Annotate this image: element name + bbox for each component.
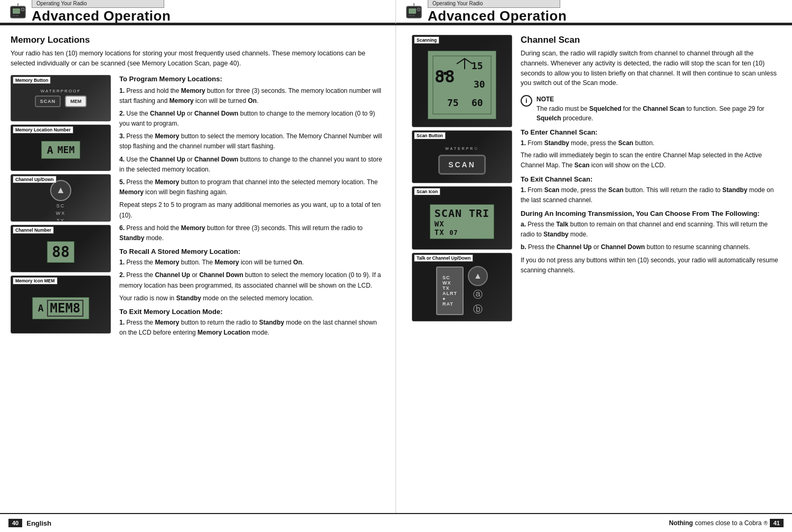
scan-icon-image: Scan Icon SCAN TRI WX TX 07: [412, 186, 512, 250]
footer-nothing: Nothing: [669, 519, 693, 527]
channel-updown-image: Channel Up/Down ▲ SC WX TY: [11, 174, 111, 222]
channel-number-label: Channel Number: [13, 226, 54, 234]
step4: 4. Use the Channel Up or Channel Down bu…: [119, 155, 385, 175]
scanning-label: Scanning: [414, 36, 439, 44]
svg-rect-4: [16, 15, 18, 16]
right-images: Scanning 88 15 30: [412, 35, 512, 321]
memory-icon-label: Memory Icon MEM: [13, 277, 58, 284]
header-title-left: Advanced Operation: [32, 8, 171, 24]
text-column: To Program Memory Locations: 1. Press an…: [119, 75, 385, 338]
repeat-note: Repeat steps 2 to 5 to program as many a…: [119, 200, 385, 220]
radio-icon-left: [8, 2, 27, 21]
memory-button-label: Memory Button: [13, 77, 51, 84]
svg-rect-1: [13, 8, 20, 14]
program-title: To Program Memory Locations:: [119, 75, 385, 83]
enter-scan-step1: 1. From Standby mode, press the Scan but…: [521, 138, 781, 148]
memory-location-label: Memory Location Number: [13, 126, 73, 134]
incoming-title: During An Incoming Transmission, You Can…: [521, 210, 781, 217]
scan-icon-label: Scan Icon: [414, 188, 440, 195]
radio-icon-right: [404, 2, 423, 21]
incoming-a: a. Press the Talk button to remain on th…: [521, 220, 781, 240]
step3: 3. Press the Memory button to select the…: [119, 131, 385, 151]
footer: 40 English Nothing comes close to a Cobr…: [0, 513, 792, 532]
left-inner: Memory Button WATERPROOF SCAN MEM Memor: [11, 75, 385, 338]
svg-rect-3: [13, 15, 15, 16]
scan-button-image: Scan Button WATERPRO SCAN: [412, 130, 512, 183]
right-inner: Scanning 88 15 30: [412, 35, 781, 321]
header-left: Operating Your Radio Advanced Operation: [0, 0, 396, 24]
image-column: Memory Button WATERPROOF SCAN MEM Memor: [11, 75, 111, 338]
step6: 6. Press and hold the Memory button for …: [119, 223, 385, 243]
incoming-b: b. Press the Channel Up or Channel Down …: [521, 242, 781, 252]
note-icon: i: [521, 95, 532, 107]
exit-scan-step1: 1. From Scan mode, press the Scan button…: [521, 185, 781, 205]
talk-channel-label: Talk or Channel Up/Down: [414, 254, 473, 262]
svg-rect-7: [409, 8, 416, 14]
svg-text:88: 88: [435, 66, 455, 87]
scanning-image: Scanning 88 15 30: [412, 35, 512, 127]
recall-step2: 2. Press the Channel Up or Channel Down …: [119, 270, 385, 290]
svg-text:30: 30: [474, 79, 485, 90]
svg-text:60: 60: [472, 97, 483, 108]
svg-point-8: [417, 8, 420, 11]
step1: 1. Press and hold the Memory button for …: [119, 86, 385, 106]
final-note: If you do not press any buttons within t…: [521, 255, 781, 276]
memory-icon-image: Memory Icon MEM A MEM8: [11, 276, 111, 334]
right-section-title: Channel Scan: [521, 35, 781, 45]
svg-rect-10: [412, 15, 414, 16]
svg-point-19: [440, 74, 444, 77]
left-section-title: Memory Locations: [11, 35, 385, 45]
channel-updown-label: Channel Up/Down: [13, 176, 56, 183]
svg-point-2: [21, 8, 24, 11]
exit-step1: 1. Press the Memory button to return the…: [119, 318, 385, 338]
header-tab-right: Operating Your Radio: [428, 0, 560, 8]
footer-reg: ®: [763, 520, 767, 526]
header-right: Operating Your Radio Advanced Operation: [396, 0, 792, 24]
exit-scan-title: To Exit Channel Scan:: [521, 175, 781, 183]
right-text: Channel Scan During scan, the radio will…: [521, 35, 781, 321]
svg-text:75: 75: [447, 97, 459, 108]
scan-button-label: Scan Button: [414, 132, 446, 139]
channel-number-image: Channel Number 88: [11, 225, 111, 272]
footer-right: Nothing comes close to a Cobra ® 41: [669, 519, 784, 527]
memory-button-image: Memory Button WATERPROOF SCAN MEM: [11, 75, 111, 121]
step5: 5. Press the Memory button to program th…: [119, 177, 385, 197]
left-section-intro: Your radio has ten (10) memory locations…: [11, 49, 385, 69]
exit-title: To Exit Memory Location Mode:: [119, 308, 385, 316]
recall-title: To Recall A Stored Memory Location:: [119, 248, 385, 255]
header-tab-left: Operating Your Radio: [32, 0, 164, 8]
header: Operating Your Radio Advanced Operation …: [0, 0, 792, 25]
svg-rect-9: [409, 15, 411, 16]
standby-note: Your radio is now in Standby mode on the…: [119, 293, 385, 303]
main-content: Memory Locations Your radio has ten (10)…: [0, 25, 792, 513]
enter-scan-title: To Enter Channel Scan:: [521, 128, 781, 136]
right-panel: Scanning 88 15 30: [396, 25, 792, 513]
note-box: i NOTE The radio must be Squelched for t…: [521, 94, 781, 123]
left-panel: Memory Locations Your radio has ten (10)…: [0, 25, 396, 513]
footer-tagline: comes close to a Cobra: [695, 519, 761, 527]
note-title: NOTE: [536, 96, 554, 103]
svg-text:15: 15: [472, 60, 483, 71]
footer-lang: English: [26, 519, 51, 527]
header-title-right: Advanced Operation: [428, 8, 567, 24]
enter-scan-note: The radio will immediately begin to scan…: [521, 150, 781, 170]
step2: 2. Use the Channel Up or Channel Down bu…: [119, 109, 385, 129]
footer-left: 40 English: [8, 519, 51, 527]
right-section-intro: During scan, the radio will rapidly swit…: [521, 49, 781, 88]
recall-step1: 1. Press the Memory button. The Memory i…: [119, 258, 385, 268]
memory-location-image: Memory Location Number A MEM: [11, 125, 111, 171]
svg-point-20: [444, 72, 447, 75]
page-num-right: 41: [770, 519, 784, 527]
page-num-left: 40: [8, 519, 22, 527]
talk-channel-image: Talk or Channel Up/Down SCWXTXALRT●RAT ▲…: [412, 253, 512, 321]
note-content: NOTE The radio must be Squelched for the…: [536, 94, 781, 123]
